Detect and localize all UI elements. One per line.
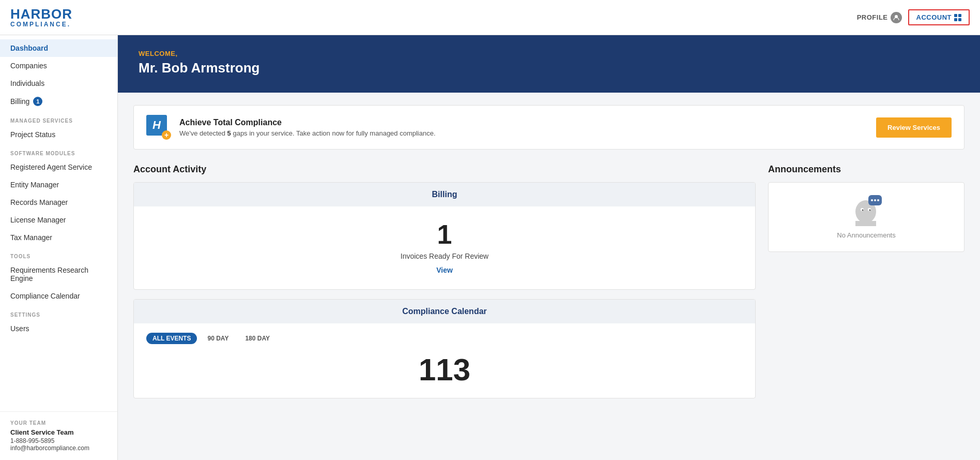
harbor-logo-icon: H +	[146, 115, 171, 140]
achieve-sub-pre: We've detected	[179, 129, 227, 137]
sidebar-section-software-modules: SOFTWARE MODULES	[0, 143, 117, 158]
no-announcements-text: No Announcements	[837, 231, 895, 239]
two-col-layout: Account Activity Billing 1 Invoices Read…	[133, 164, 964, 408]
calendar-card-header: Compliance Calendar	[134, 300, 755, 323]
svg-point-6	[862, 210, 864, 211]
calendar-number: 113	[146, 354, 743, 385]
sidebar-nav: Dashboard Companies Individuals Billing …	[0, 35, 117, 411]
svg-point-7	[869, 210, 871, 211]
achieve-sub-post: gaps in your service. Take action now fo…	[231, 129, 436, 137]
logo: HARBOR COMPLIANCE.	[10, 7, 72, 28]
calendar-tab-180-day[interactable]: 180 DAY	[239, 333, 276, 344]
billing-number: 1	[146, 221, 743, 248]
content-body: H + Achieve Total Compliance We've detec…	[118, 93, 980, 460]
sidebar-item-users[interactable]: Users	[0, 320, 117, 337]
h-letter: H	[152, 118, 161, 132]
achieve-text: Achieve Total Compliance We've detected …	[179, 118, 436, 137]
sidebar-item-license-manager[interactable]: License Manager	[0, 211, 117, 229]
calendar-tab-all-events[interactable]: ALL EVENTS	[146, 333, 197, 344]
sidebar-item-requirements-research[interactable]: Requirements Research Engine	[0, 261, 117, 287]
billing-label: Billing	[10, 97, 29, 106]
review-services-button[interactable]: Review Services	[876, 117, 952, 138]
main-layout: Dashboard Companies Individuals Billing …	[0, 35, 980, 460]
content: WELCOME, Mr. Bob Armstrong H + Achieve T…	[118, 35, 980, 460]
sidebar-item-compliance-calendar[interactable]: Compliance Calendar	[0, 287, 117, 305]
profile-button[interactable]: PROFILE	[857, 12, 902, 23]
billing-badge: 1	[33, 97, 42, 106]
sidebar-section-settings: SETTINGS	[0, 305, 117, 320]
announcements-panel: No Announcements	[768, 182, 964, 252]
billing-card: Billing 1 Invoices Ready For Review View	[133, 182, 756, 290]
billing-sub: Invoices Ready For Review	[146, 252, 743, 260]
team-phone: 1-888-995-5895	[10, 437, 107, 444]
achieve-subtitle: We've detected 5 gaps in your service. T…	[179, 129, 436, 137]
announcements-title: Announcements	[768, 164, 964, 175]
calendar-card-body: ALL EVENTS 90 DAY 180 DAY 113	[134, 323, 755, 398]
h-plus-icon: +	[162, 130, 171, 140]
team-name: Client Service Team	[10, 428, 107, 436]
logo-harbor: HARBOR	[10, 7, 72, 22]
account-label: ACCOUNT	[916, 13, 952, 21]
compliance-calendar-card: Compliance Calendar ALL EVENTS 90 DAY 18…	[133, 299, 756, 398]
team-email: info@harborcompliance.com	[10, 444, 107, 452]
your-team-label: YOUR TEAM	[10, 420, 107, 426]
sidebar-item-entity-manager[interactable]: Entity Manager	[0, 176, 117, 194]
account-activity-section: Account Activity Billing 1 Invoices Read…	[133, 164, 756, 408]
account-button[interactable]: ACCOUNT	[908, 9, 970, 25]
sidebar-footer: YOUR TEAM Client Service Team 1-888-995-…	[0, 411, 117, 460]
logo-compliance: COMPLIANCE.	[10, 21, 72, 28]
achieve-banner: H + Achieve Total Compliance We've detec…	[133, 105, 964, 150]
billing-card-header: Billing	[134, 183, 755, 206]
profile-label: PROFILE	[857, 13, 888, 21]
grid-icon	[954, 14, 961, 21]
welcome-label: WELCOME,	[139, 50, 959, 57]
sidebar-item-records-manager[interactable]: Records Manager	[0, 194, 117, 211]
billing-view-link[interactable]: View	[436, 266, 453, 274]
chat-bubble-icon	[868, 195, 882, 205]
profile-icon	[891, 12, 902, 23]
top-header: HARBOR COMPLIANCE. PROFILE ACCOUNT	[0, 0, 980, 35]
calendar-tab-90-day[interactable]: 90 DAY	[201, 333, 235, 344]
sidebar: Dashboard Companies Individuals Billing …	[0, 35, 118, 460]
billing-card-body: 1 Invoices Ready For Review View	[134, 206, 755, 289]
announcements-section: Announcements	[768, 164, 964, 408]
header-right: PROFILE ACCOUNT	[857, 9, 970, 25]
sidebar-item-companies[interactable]: Companies	[0, 57, 117, 75]
account-activity-title: Account Activity	[133, 164, 756, 175]
achieve-title: Achieve Total Compliance	[179, 118, 436, 127]
sidebar-item-registered-agent[interactable]: Registered Agent Service	[0, 158, 117, 176]
sidebar-item-dashboard[interactable]: Dashboard	[0, 39, 117, 57]
sidebar-item-tax-manager[interactable]: Tax Manager	[0, 229, 117, 246]
chat-dot-2	[874, 199, 876, 201]
sidebar-section-tools: TOOLS	[0, 246, 117, 261]
chat-dot-3	[877, 199, 879, 201]
calendar-tabs: ALL EVENTS 90 DAY 180 DAY	[146, 333, 743, 344]
welcome-name: Mr. Bob Armstrong	[139, 60, 959, 76]
no-announcements-icon	[851, 195, 882, 226]
chat-dot-1	[871, 199, 873, 201]
achieve-gaps: 5	[227, 129, 231, 137]
sidebar-item-project-status[interactable]: Project Status	[0, 126, 117, 143]
welcome-banner: WELCOME, Mr. Bob Armstrong	[118, 35, 980, 93]
sidebar-item-individuals[interactable]: Individuals	[0, 75, 117, 92]
achieve-left: H + Achieve Total Compliance We've detec…	[146, 115, 436, 140]
sidebar-item-billing[interactable]: Billing 1	[0, 92, 117, 111]
sidebar-section-managed-services: MANAGED SERVICES	[0, 111, 117, 126]
